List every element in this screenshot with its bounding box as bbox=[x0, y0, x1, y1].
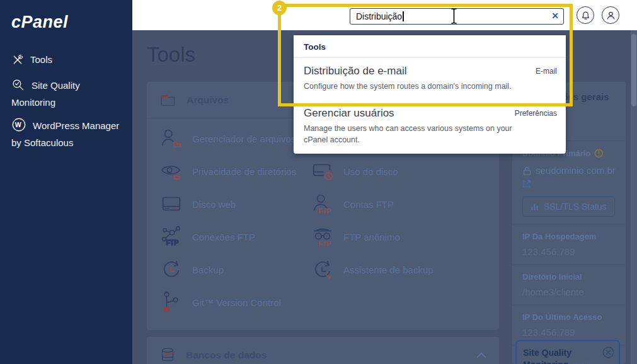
results-section-title: Tools bbox=[294, 35, 566, 58]
lock-icon bbox=[522, 166, 532, 176]
close-icon[interactable] bbox=[602, 346, 615, 359]
result-title: Gerenciar usuários bbox=[304, 107, 394, 120]
notice-text: . We'll bbox=[568, 360, 590, 364]
text-caret bbox=[403, 11, 404, 21]
tool-item-git-version-control[interactable]: Git™ Version Control bbox=[159, 286, 311, 319]
info-row-value: /home3/cliente bbox=[522, 287, 616, 297]
scrollbar-track[interactable] bbox=[631, 30, 637, 364]
sidebar-item-label: Tools bbox=[30, 54, 52, 65]
notifications-button[interactable] bbox=[577, 6, 594, 24]
ftp-connections-icon: FTP bbox=[159, 225, 183, 249]
tools-icon bbox=[11, 54, 24, 66]
search-result-manage-users[interactable]: Gerenciar usuários Preferências Manage t… bbox=[294, 100, 566, 154]
result-category: Preferências bbox=[515, 107, 557, 118]
account-button[interactable] bbox=[602, 6, 619, 24]
primary-domain-link[interactable]: seudominio.com.br bbox=[522, 165, 616, 176]
disk-usage-icon bbox=[311, 159, 335, 183]
tool-item-backup-wizard[interactable]: Assistente de backup bbox=[311, 253, 486, 286]
directory-privacy-icon bbox=[159, 159, 183, 183]
databases-card-header[interactable]: Bancos de dados bbox=[147, 337, 499, 364]
sidebar-item-wordpress-manager[interactable]: WWordPress Manager by Softaculous bbox=[0, 117, 132, 151]
bell-icon bbox=[580, 10, 591, 21]
databases-card: Bancos de dados bbox=[147, 337, 499, 364]
web-disk-icon bbox=[159, 192, 183, 216]
cpanel-logo[interactable]: cPanel bbox=[11, 13, 68, 32]
anonymous-ftp-icon: FTP bbox=[311, 225, 335, 249]
search-input-value: Distribuição bbox=[356, 11, 402, 21]
search-results-dropdown: Tools Distribuição de e-mail E-mail Conf… bbox=[294, 35, 566, 154]
tool-item-file-manager[interactable]: Gerenciador de arquivos bbox=[159, 122, 311, 155]
site-quality-icon bbox=[11, 78, 25, 92]
tool-item-ftp-accounts[interactable]: FTP Contas FTP bbox=[311, 188, 486, 220]
search-clear-button[interactable]: ✕ bbox=[551, 11, 559, 21]
notice-title: Site Quality Monitoring bbox=[523, 348, 571, 364]
tool-item-disk-usage[interactable]: Uso do disco bbox=[311, 155, 486, 188]
info-row-home-directory: Diretório Inicial /home3/cliente bbox=[512, 265, 626, 305]
sidebar: cPanel Tools Site Quality Monitoring WWo… bbox=[0, 0, 132, 364]
page-title: Tools bbox=[147, 43, 195, 67]
files-card-title: Arquivos bbox=[187, 94, 229, 106]
git-icon bbox=[159, 290, 183, 314]
search-input[interactable]: Distribuição ✕ bbox=[350, 8, 564, 25]
topbar: Distribuição ✕ bbox=[132, 0, 637, 30]
ftp-accounts-icon: FTP bbox=[311, 192, 335, 216]
tool-item-ftp-connections[interactable]: FTP Conexões FTP bbox=[159, 220, 311, 253]
external-link-icon[interactable] bbox=[522, 179, 531, 188]
info-row-hosting-ip: IP Da Hospedagem 123.456.789 bbox=[512, 225, 626, 264]
tool-item-anonymous-ftp[interactable]: FTP FTP anônimo bbox=[311, 220, 486, 253]
wordpress-icon: W bbox=[11, 117, 26, 132]
search-result-email-routing[interactable]: Distribuição de e-mail E-mail Configure … bbox=[294, 58, 566, 100]
bar-chart-icon bbox=[531, 203, 539, 211]
chevron-up-icon bbox=[476, 352, 486, 358]
result-category: E-mail bbox=[536, 65, 557, 76]
database-icon bbox=[159, 346, 176, 364]
result-title: Distribuição de e-mail bbox=[304, 65, 406, 77]
file-manager-icon bbox=[159, 127, 183, 151]
svg-text:FTP: FTP bbox=[166, 239, 178, 246]
backup-icon bbox=[159, 258, 183, 282]
cpanel-window: cPanel Tools Site Quality Monitoring WWo… bbox=[0, 0, 637, 364]
primary-domain-block: Domínio Primário seudominio.com.br SSL/T… bbox=[512, 141, 626, 224]
sidebar-item-label: WordPress Manager by Softaculous bbox=[11, 120, 119, 148]
scrollbar-thumb[interactable] bbox=[631, 34, 636, 106]
sidebar-item-tools[interactable]: Tools bbox=[0, 51, 132, 68]
ssl-tls-status-button[interactable]: SSL/TLS Status bbox=[522, 196, 615, 217]
backup-wizard-icon bbox=[311, 258, 335, 282]
databases-card-title: Bancos de dados bbox=[186, 350, 267, 361]
result-description: Manage the users who can access various … bbox=[304, 123, 523, 145]
svg-text:W: W bbox=[15, 121, 21, 128]
info-row-last-login-ip: IP Do Último Acesso 123.456.789 bbox=[512, 305, 626, 345]
sidebar-item-site-quality-monitoring[interactable]: Site Quality Monitoring bbox=[0, 77, 132, 111]
svg-text:FTP: FTP bbox=[318, 208, 331, 215]
svg-text:FTP: FTP bbox=[318, 241, 331, 247]
tool-item-web-disk[interactable]: Disco web bbox=[159, 188, 311, 220]
user-icon bbox=[605, 10, 616, 21]
warning-circle-icon bbox=[594, 149, 604, 158]
site-quality-monitoring-notice: Site Quality Monitoring. We'll bbox=[515, 340, 620, 364]
result-description: Configure how the system routes a domain… bbox=[304, 81, 523, 92]
tool-item-directory-privacy[interactable]: Privacidade de diretórios bbox=[159, 155, 311, 188]
folder-icon bbox=[159, 91, 176, 108]
tool-item-backup[interactable]: Backup bbox=[159, 253, 311, 286]
info-row-value: 123.456.789 bbox=[522, 327, 616, 338]
info-row-value: 123.456.789 bbox=[522, 246, 616, 257]
